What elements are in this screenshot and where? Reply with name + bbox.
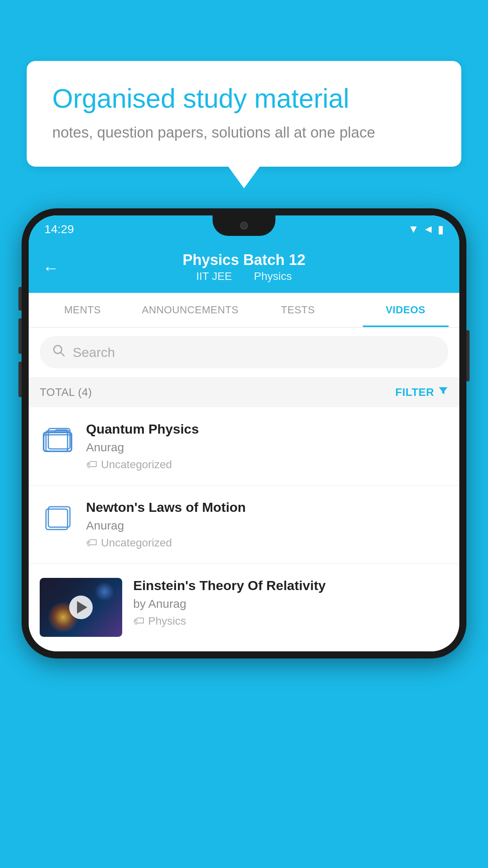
- video-author: by Anurag: [133, 597, 448, 611]
- notch-camera: [240, 222, 248, 230]
- filter-label: FILTER: [395, 386, 434, 399]
- tab-announcements[interactable]: ANNOUNCEMENTS: [136, 293, 244, 327]
- video-info: Quantum Physics Anurag 🏷 Uncategorized: [86, 421, 448, 471]
- video-author: Anurag: [86, 441, 448, 454]
- video-thumbnail: [40, 578, 122, 637]
- search-container: Search: [29, 327, 459, 377]
- video-title: Quantum Physics: [86, 421, 448, 437]
- signal-icon: ◄: [423, 223, 434, 235]
- phone-wrapper: 14:29 ▼ ◄ ▮ ← Physics Batch 12 IIT JEE P…: [22, 208, 466, 658]
- speech-bubble-container: Organised study material notes, question…: [27, 61, 461, 188]
- filter-icon: [438, 386, 448, 399]
- tag-icon: 🏷: [133, 614, 144, 627]
- list-item[interactable]: Einstein's Theory Of Relativity by Anura…: [29, 564, 459, 651]
- video-info: Einstein's Theory Of Relativity by Anura…: [133, 578, 448, 627]
- search-icon: [52, 344, 66, 360]
- wifi-icon: ▼: [408, 223, 419, 235]
- header-subtitle-physics: Physics: [254, 270, 292, 282]
- tag-label: Physics: [148, 615, 186, 627]
- filter-button[interactable]: FILTER: [395, 386, 448, 399]
- video-tag: 🏷 Uncategorized: [86, 458, 448, 471]
- total-count: TOTAL (4): [40, 386, 92, 399]
- video-title: Newton's Laws of Motion: [86, 500, 448, 515]
- play-triangle-icon: [77, 601, 87, 614]
- tag-icon: 🏷: [86, 536, 97, 549]
- tab-bar: MENTS ANNOUNCEMENTS TESTS VIDEOS: [29, 293, 459, 327]
- tab-videos[interactable]: VIDEOS: [352, 293, 459, 327]
- filter-row: TOTAL (4) FILTER: [29, 377, 459, 407]
- video-list: Quantum Physics Anurag 🏷 Uncategorized: [29, 407, 459, 651]
- svg-line-1: [61, 352, 64, 356]
- tab-ments[interactable]: MENTS: [29, 293, 136, 327]
- tag-icon: 🏷: [86, 458, 97, 471]
- list-item[interactable]: Quantum Physics Anurag 🏷 Uncategorized: [29, 407, 459, 485]
- phone: 14:29 ▼ ◄ ▮ ← Physics Batch 12 IIT JEE P…: [22, 208, 466, 658]
- speech-bubble-subtitle: notes, question papers, solutions all at…: [52, 124, 436, 141]
- video-tag: 🏷 Physics: [133, 614, 448, 627]
- search-input[interactable]: Search: [73, 345, 115, 360]
- app-header: ← Physics Batch 12 IIT JEE Physics: [29, 243, 459, 293]
- video-tag: 🏷 Uncategorized: [86, 536, 448, 549]
- search-bar[interactable]: Search: [40, 336, 448, 368]
- notch: [213, 215, 275, 236]
- thumb-glow2: [95, 582, 114, 601]
- phone-button-volume-up: [18, 287, 22, 311]
- svg-marker-2: [439, 387, 448, 394]
- header-subtitle-iitjee: IIT JEE: [196, 270, 232, 282]
- header-title: Physics Batch 12: [44, 252, 444, 268]
- list-item[interactable]: Newton's Laws of Motion Anurag 🏷 Uncateg…: [29, 485, 459, 564]
- phone-button-volume-down2: [18, 362, 22, 397]
- video-info: Newton's Laws of Motion Anurag 🏷 Uncateg…: [86, 500, 448, 549]
- video-title: Einstein's Theory Of Relativity: [133, 578, 448, 593]
- tag-label: Uncategorized: [101, 537, 172, 549]
- tab-tests[interactable]: TESTS: [244, 293, 352, 327]
- folder-icon: [40, 421, 75, 457]
- tag-label: Uncategorized: [101, 458, 172, 471]
- video-author: Anurag: [86, 519, 448, 532]
- header-subtitle: IIT JEE Physics: [44, 270, 444, 283]
- speech-bubble: Organised study material notes, question…: [27, 61, 461, 167]
- battery-icon: ▮: [438, 223, 444, 236]
- speech-bubble-title: Organised study material: [52, 83, 436, 115]
- folder-icon: [40, 500, 75, 535]
- back-button[interactable]: ←: [42, 259, 59, 278]
- phone-screen: 14:29 ▼ ◄ ▮ ← Physics Batch 12 IIT JEE P…: [29, 215, 459, 651]
- status-bar: 14:29 ▼ ◄ ▮: [29, 215, 459, 243]
- phone-button-volume-down: [18, 318, 22, 354]
- phone-button-power: [466, 330, 470, 381]
- play-button[interactable]: [69, 596, 93, 619]
- status-icons: ▼ ◄ ▮: [408, 223, 444, 236]
- speech-bubble-arrow: [228, 167, 260, 188]
- status-time: 14:29: [44, 223, 74, 236]
